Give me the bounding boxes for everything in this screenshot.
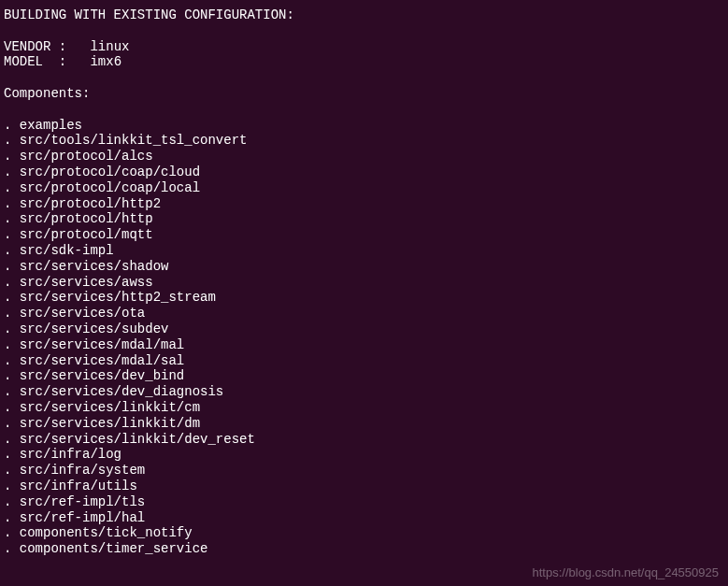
list-item: . src/services/dev_diagnosis	[4, 384, 724, 400]
list-item: . src/ref-impl/hal	[4, 510, 724, 526]
list-item: . src/services/awss	[4, 275, 724, 291]
list-item: . src/services/linkkit/dm	[4, 416, 724, 432]
list-item: . src/ref-impl/tls	[4, 494, 724, 510]
model-line: MODEL : imx6	[4, 54, 724, 70]
list-item: . src/services/shadow	[4, 259, 724, 275]
components-list: . examples. src/tools/linkkit_tsl_conver…	[4, 118, 724, 557]
list-item: . components/timer_service	[4, 541, 724, 557]
list-item: . examples	[4, 118, 724, 134]
blank-line	[4, 70, 724, 86]
build-header: BUILDING WITH EXISTING CONFIGURATION:	[4, 7, 724, 23]
vendor-label: VENDOR :	[4, 39, 90, 54]
list-item: . src/services/mdal/mal	[4, 337, 724, 353]
list-item: . src/protocol/coap/local	[4, 180, 724, 196]
list-item: . src/protocol/http	[4, 211, 724, 227]
list-item: . src/protocol/http2	[4, 196, 724, 212]
list-item: . src/services/subdev	[4, 322, 724, 337]
vendor-value: linux	[90, 39, 129, 54]
blank-line	[4, 102, 724, 118]
watermark: https://blog.csdn.net/qq_24550925	[533, 565, 720, 580]
list-item: . src/services/mdal/sal	[4, 353, 724, 369]
list-item: . src/infra/log	[4, 447, 724, 463]
list-item: . src/sdk-impl	[4, 243, 724, 259]
model-label: MODEL :	[4, 54, 90, 69]
model-value: imx6	[90, 54, 121, 69]
vendor-line: VENDOR : linux	[4, 39, 724, 55]
list-item: . src/services/linkkit/dev_reset	[4, 432, 724, 448]
list-item: . src/infra/system	[4, 463, 724, 479]
list-item: . src/services/http2_stream	[4, 290, 724, 306]
list-item: . src/services/linkkit/cm	[4, 400, 724, 416]
list-item: . src/services/ota	[4, 306, 724, 322]
components-header: Components:	[4, 86, 724, 102]
list-item: . src/tools/linkkit_tsl_convert	[4, 133, 724, 149]
blank-line	[4, 23, 724, 39]
list-item: . components/tick_notify	[4, 525, 724, 541]
list-item: . src/protocol/coap/cloud	[4, 164, 724, 180]
list-item: . src/infra/utils	[4, 479, 724, 494]
list-item: . src/protocol/alcs	[4, 149, 724, 164]
list-item: . src/protocol/mqtt	[4, 227, 724, 243]
list-item: . src/services/dev_bind	[4, 368, 724, 384]
